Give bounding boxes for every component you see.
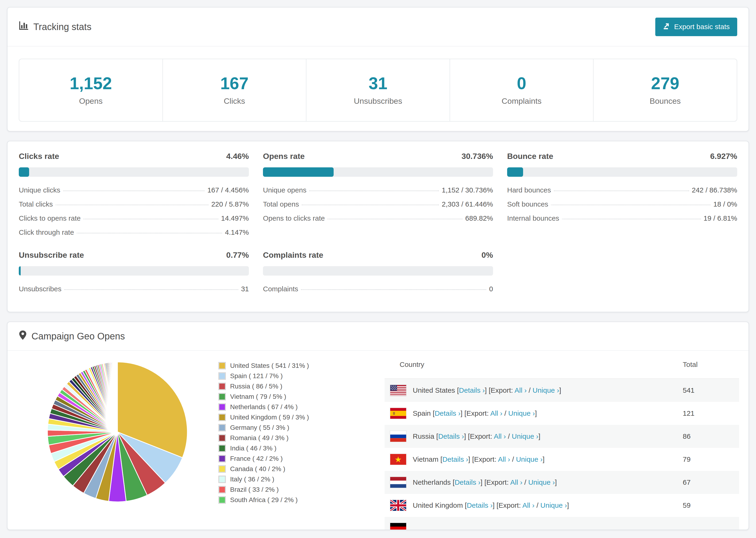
- legend-item-france[interactable]: France ( 42 / 2% ): [218, 455, 309, 462]
- rate-progress-fill: [507, 167, 523, 177]
- legend-item-vietnam[interactable]: Vietnam ( 79 / 5% ): [218, 393, 309, 401]
- legend-item-brazil[interactable]: Brazil ( 33 / 2% ): [218, 486, 309, 493]
- export-unique-link[interactable]: Unique ›: [508, 409, 535, 417]
- us-flag-icon: [390, 385, 406, 396]
- legend-label: Italy ( 36 / 2% ): [230, 476, 274, 483]
- legend-label: India ( 46 / 3% ): [230, 445, 277, 452]
- rate-progress-bar: [507, 167, 737, 177]
- legend-swatch: [218, 434, 226, 442]
- rate-stat-label: Total opens: [263, 200, 299, 208]
- tracking-stats-card: Tracking stats Export basic stats 1,152 …: [7, 7, 749, 132]
- legend-item-india[interactable]: India ( 46 / 3% ): [218, 445, 309, 452]
- country-links: Vietnam [Details ›] [Export: All › / Uni…: [413, 456, 544, 463]
- rate-stat-value: 14.497%: [221, 214, 249, 222]
- rate-stat-value: 4.147%: [225, 228, 249, 237]
- rate-stat-label: Unsubscribes: [19, 285, 62, 293]
- export-unique-link[interactable]: Unique ›: [512, 432, 538, 440]
- export-all-link[interactable]: All ›: [514, 386, 527, 394]
- details-link[interactable]: Details ›: [435, 409, 460, 417]
- rate-stat-row: Hard bounces242 / 86.738%: [507, 186, 737, 194]
- country-cell: Vietnam [Details ›] [Export: All › / Uni…: [385, 454, 683, 465]
- total-cell: 86: [683, 432, 739, 440]
- rate-stat-value: 689.82%: [465, 214, 493, 222]
- country-links: Russia [Details ›] [Export: All › / Uniq…: [413, 432, 540, 440]
- clicks-rate-block: Clicks rate4.46%Unique clicks167 / 4.456…: [19, 152, 249, 237]
- summary-complaints: 0 Complaints: [450, 59, 593, 121]
- complaints-count: 0: [517, 75, 526, 92]
- legend-item-germany[interactable]: Germany ( 55 / 3% ): [218, 424, 309, 431]
- export-all-link[interactable]: All ›: [522, 501, 535, 509]
- rate-stat-row: Clicks to opens rate14.497%: [19, 214, 249, 222]
- bounces-label: Bounces: [650, 96, 681, 106]
- bar-chart-icon: [19, 21, 28, 33]
- legend-item-italy[interactable]: Italy ( 36 / 2% ): [218, 476, 309, 483]
- page-bottom-gap: [7, 530, 749, 538]
- rate-stat-row: Soft bounces18 / 0%: [507, 200, 737, 208]
- geo-header: Campaign Geo Opens: [8, 322, 748, 351]
- rate-stat-label: Unique opens: [263, 186, 306, 194]
- legend-label: Vietnam ( 79 / 5% ): [230, 393, 286, 401]
- export-all-link[interactable]: All ›: [494, 432, 506, 440]
- country-links: Netherlands [Details ›] [Export: All › /…: [413, 478, 557, 486]
- legend-item-south-africa[interactable]: South Africa ( 29 / 2% ): [218, 496, 309, 504]
- nl-flag-icon: [390, 477, 406, 488]
- country-links: United States [Details ›] [Export: All ›…: [413, 386, 561, 394]
- legend-swatch: [218, 403, 226, 411]
- tracking-stats-page: Tracking stats Export basic stats 1,152 …: [0, 0, 756, 538]
- dotted-leader: [64, 290, 238, 290]
- dotted-leader: [83, 219, 218, 219]
- legend-label: Germany ( 55 / 3% ): [230, 424, 289, 431]
- legend-item-netherlands[interactable]: Netherlands ( 67 / 4% ): [218, 403, 309, 411]
- country-column-header: Country: [385, 360, 683, 368]
- rate-stat-row: Complaints0: [263, 285, 493, 293]
- legend-label: United States ( 541 / 31% ): [230, 362, 309, 369]
- legend-label: United Kingdom ( 59 / 3% ): [230, 413, 309, 421]
- geo-table-row-vietnam: Vietnam [Details ›] [Export: All › / Uni…: [385, 448, 739, 471]
- details-link[interactable]: Details ›: [455, 478, 480, 486]
- export-basic-stats-button[interactable]: Export basic stats: [655, 18, 737, 36]
- legend-swatch: [218, 424, 226, 431]
- geo-table-row-spain: Spain [Details ›] [Export: All › / Uniqu…: [385, 402, 739, 425]
- details-link[interactable]: Details ›: [459, 386, 485, 394]
- rate-stat-label: Click through rate: [19, 228, 74, 237]
- export-unique-link[interactable]: Unique ›: [528, 478, 555, 486]
- country-cell: [385, 523, 683, 530]
- rate-stat-row: Unique opens1,152 / 30.736%: [263, 186, 493, 194]
- legend-item-united-kingdom[interactable]: United Kingdom ( 59 / 3% ): [218, 413, 309, 421]
- export-all-link[interactable]: All ›: [510, 478, 522, 486]
- rate-value: 0.77%: [226, 250, 249, 260]
- legend-item-united-states[interactable]: United States ( 541 / 31% ): [218, 362, 309, 369]
- legend-item-romania[interactable]: Romania ( 49 / 3% ): [218, 434, 309, 442]
- country-cell: Netherlands [Details ›] [Export: All › /…: [385, 477, 683, 488]
- rate-title: Opens rate: [263, 152, 305, 161]
- legend-item-spain[interactable]: Spain ( 121 / 7% ): [218, 372, 309, 380]
- export-unique-link[interactable]: Unique ›: [540, 501, 567, 509]
- clicks-label: Clicks: [224, 96, 245, 106]
- export-unique-link[interactable]: Unique ›: [532, 386, 559, 394]
- export-all-link[interactable]: All ›: [490, 409, 503, 417]
- tracking-stats-title-wrap: Tracking stats: [19, 21, 91, 33]
- rate-title: Bounce rate: [507, 152, 553, 161]
- export-icon: [663, 22, 670, 31]
- details-link[interactable]: Details ›: [442, 456, 468, 463]
- campaign-geo-opens-card: Campaign Geo Opens United States ( 541 /…: [7, 322, 749, 530]
- rate-stat-label: Total clicks: [19, 200, 53, 208]
- geo-table-row-russia: Russia [Details ›] [Export: All › / Uniq…: [385, 425, 739, 448]
- rate-title: Complaints rate: [263, 250, 323, 260]
- dotted-leader: [562, 219, 701, 219]
- legend-label: Russia ( 86 / 5% ): [230, 383, 283, 390]
- details-link[interactable]: Details ›: [467, 501, 493, 509]
- total-cell: 121: [683, 409, 739, 417]
- geo-title: Campaign Geo Opens: [31, 331, 125, 342]
- export-unique-link[interactable]: Unique ›: [516, 456, 543, 463]
- rate-progress-bar: [19, 266, 249, 276]
- unsubscribe-rate-block: Unsubscribe rate0.77%Unsubscribes31: [19, 250, 249, 293]
- legend-swatch: [218, 393, 226, 401]
- legend-item-russia[interactable]: Russia ( 86 / 5% ): [218, 383, 309, 390]
- legend-item-canada[interactable]: Canada ( 40 / 2% ): [218, 465, 309, 473]
- rates-card: Clicks rate4.46%Unique clicks167 / 4.456…: [7, 141, 749, 312]
- export-all-link[interactable]: All ›: [498, 456, 510, 463]
- details-link[interactable]: Details ›: [438, 432, 464, 440]
- rate-stat-value: 19 / 6.81%: [704, 214, 737, 222]
- dotted-leader: [77, 233, 222, 233]
